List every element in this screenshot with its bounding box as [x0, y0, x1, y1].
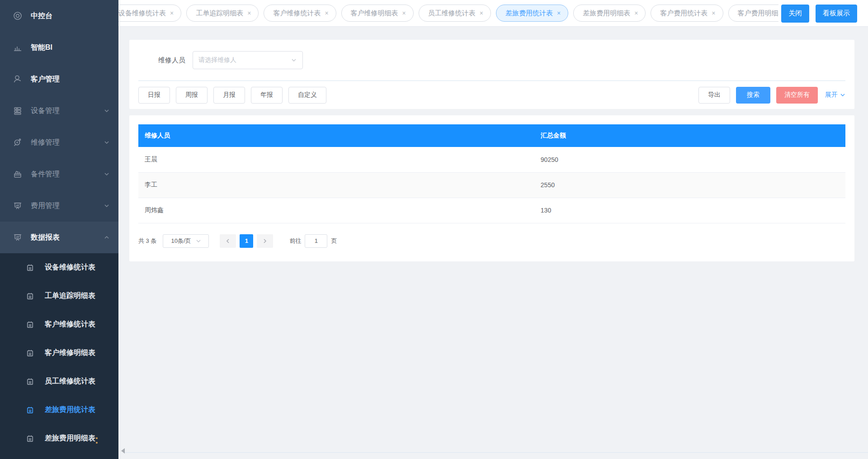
clear-all-button[interactable]: 清空所有 — [776, 87, 818, 104]
sidebar-item-spareparts[interactable]: 备件管理 — [0, 158, 118, 190]
page-size-value: 10条/页 — [171, 237, 191, 245]
sidebar-item-customers[interactable]: 客户管理 — [0, 63, 118, 95]
report-notebook-icon — [26, 292, 35, 301]
report-notebook-icon — [26, 263, 35, 272]
filter-row: 维修人员 请选择维修人 — [138, 40, 845, 80]
export-button[interactable]: 导出 — [698, 87, 730, 104]
sidebar-subitem-customer-repair-stats[interactable]: 客户维修统计表 — [0, 310, 118, 339]
sidebar-item-reports[interactable]: 数据报表 — [0, 222, 118, 253]
sidebar-item-console[interactable]: 中控台 — [0, 0, 118, 32]
sidebar-item-label: 费用管理 — [31, 201, 104, 211]
tab-travel-expense-detail[interactable]: 差旅费用明细表 × — [573, 5, 646, 22]
sidebar-item-label: 中控台 — [31, 11, 109, 21]
sidebar-subitem-label: 差旅费用统计表 — [45, 405, 95, 415]
close-icon[interactable]: × — [325, 10, 328, 16]
weekly-report-button[interactable]: 周报 — [176, 87, 208, 104]
chevron-down-icon — [196, 238, 201, 244]
sidebar-item-repairs[interactable]: 维修管理 — [0, 127, 118, 158]
close-icon[interactable]: × — [557, 10, 561, 16]
close-icon[interactable]: × — [402, 10, 406, 16]
sidebar-item-expenses[interactable]: 费用管理 — [0, 190, 118, 222]
close-icon[interactable]: × — [480, 10, 483, 16]
chevron-up-icon — [104, 235, 109, 240]
cell-total-amount: 90250 — [534, 147, 845, 172]
tab-label: 客户维修统计表 — [273, 9, 321, 18]
close-icon[interactable]: × — [247, 10, 251, 16]
tab-customer-repair-stats[interactable]: 客户维修统计表 × — [264, 5, 336, 22]
page-number-active[interactable]: 1 — [240, 234, 253, 248]
close-all-tabs-button[interactable]: 关闭 — [781, 5, 809, 23]
chevron-right-icon — [262, 238, 268, 244]
sidebar-item-label: 客户管理 — [31, 75, 109, 84]
custom-report-button[interactable]: 自定义 — [288, 87, 326, 104]
tab-employee-repair-stats[interactable]: 员工维修统计表 × — [419, 5, 491, 22]
sidebar-item-label: 备件管理 — [31, 170, 104, 179]
sidebar-subitem-device-repair-stats[interactable]: 设备维修统计表 — [0, 253, 118, 282]
prev-page-button[interactable] — [220, 234, 236, 248]
drag-handle-dots — [96, 437, 98, 446]
sidebar-item-label: 设备管理 — [31, 106, 104, 116]
table-header-row: 维修人员 汇总金额 — [138, 124, 845, 147]
chevron-left-icon — [225, 238, 231, 244]
tab-label: 客户费用明细表 — [738, 9, 785, 18]
chevron-down-icon — [291, 57, 297, 63]
tab-label: 客户维修明细表 — [351, 9, 398, 18]
chevron-down-icon — [104, 140, 109, 145]
tab-bar: 占位占位 设备维修统计表 × 工单追踪明细表 × 客户维修统计表 × 客户维修明… — [118, 0, 868, 27]
summary-table: 维修人员 汇总金额 王晨 90250 李工 2550 周炜鑫 130 — [138, 124, 845, 223]
close-icon[interactable]: × — [170, 10, 174, 16]
search-button[interactable]: 搜索 — [736, 87, 770, 104]
sidebar-subitem-label: 客户维修统计表 — [45, 320, 95, 329]
report-notebook-icon — [26, 377, 35, 386]
sidebar-subitem-employee-repair-stats[interactable]: 员工维修统计表 — [0, 367, 118, 396]
column-header-total-amount: 汇总金额 — [534, 124, 845, 147]
report-period-row: 日报 周报 月报 年报 自定义 导出 搜索 清空所有 展开 — [138, 81, 845, 109]
monthly-report-button[interactable]: 月报 — [213, 87, 245, 104]
daily-report-button[interactable]: 日报 — [138, 87, 170, 104]
table-row: 周炜鑫 130 — [138, 198, 845, 223]
tab-label: 设备维修统计表 — [118, 9, 166, 18]
repair-person-select[interactable]: 请选择维修人 — [193, 51, 303, 69]
filter-card: 维修人员 请选择维修人 日报 周报 月报 年报 自定义 导出 搜索 清空所有 展… — [129, 40, 854, 109]
main-content: 维修人员 请选择维修人 日报 周报 月报 年报 自定义 导出 搜索 清空所有 展… — [118, 27, 868, 459]
sidebar-subitem-travel-expense-detail[interactable]: 差旅费用明细表 — [0, 424, 118, 453]
close-icon[interactable]: × — [634, 10, 638, 16]
dashboard-display-button[interactable]: 看板展示 — [816, 5, 857, 23]
sidebar-subitem-customer-repair-detail[interactable]: 客户维修明细表 — [0, 339, 118, 367]
sidebar-item-bi[interactable]: 智能BI — [0, 32, 118, 63]
tab-label: 客户费用统计表 — [660, 9, 708, 18]
sidebar-subitem-workorder-detail[interactable]: 工单追踪明细表 — [0, 282, 118, 310]
sidebar-subitem-travel-expense-stats[interactable]: 差旅费用统计表 — [0, 396, 118, 424]
sidebar-item-devices[interactable]: 设备管理 — [0, 95, 118, 127]
tab-workorder-detail[interactable]: 工单追踪明细表 × — [186, 5, 259, 22]
close-icon[interactable]: × — [712, 10, 715, 16]
cell-total-amount: 2550 — [534, 172, 845, 198]
goto-label: 前往 — [289, 237, 301, 245]
next-page-button[interactable] — [257, 234, 273, 248]
report-notebook-icon — [26, 406, 35, 415]
tab-device-repair-stats[interactable]: 设备维修统计表 × — [118, 5, 181, 22]
scroll-left-arrow-icon[interactable] — [121, 448, 125, 454]
cell-repair-person: 王晨 — [138, 147, 534, 172]
user-icon — [13, 74, 23, 84]
expand-link[interactable]: 展开 — [825, 91, 845, 99]
page-size-select[interactable]: 10条/页 — [163, 234, 209, 248]
tab-customer-repair-detail[interactable]: 客户维修明细表 × — [341, 5, 414, 22]
tab-label: 差旅费用统计表 — [505, 9, 553, 18]
goto-page-input[interactable] — [305, 234, 327, 248]
horizontal-scrollbar[interactable] — [118, 448, 868, 453]
tab-travel-expense-stats[interactable]: 差旅费用统计表 × — [496, 5, 568, 22]
page-unit-label: 页 — [331, 237, 337, 245]
chevron-down-icon — [104, 203, 109, 208]
chevron-down-icon — [840, 92, 845, 98]
scrollbar-track — [125, 452, 868, 453]
report-notebook-icon — [26, 349, 35, 358]
pagination: 共 3 条 10条/页 1 前往 页 — [138, 234, 845, 248]
sidebar-subitem-label: 工单追踪明细表 — [45, 291, 95, 301]
bar-chart-icon — [13, 43, 23, 52]
yearly-report-button[interactable]: 年报 — [251, 87, 283, 104]
tab-customer-expense-stats[interactable]: 客户费用统计表 × — [651, 5, 723, 22]
report-notebook-icon — [26, 320, 35, 329]
sidebar-item-label: 维修管理 — [31, 138, 104, 147]
cell-total-amount: 130 — [534, 198, 845, 223]
